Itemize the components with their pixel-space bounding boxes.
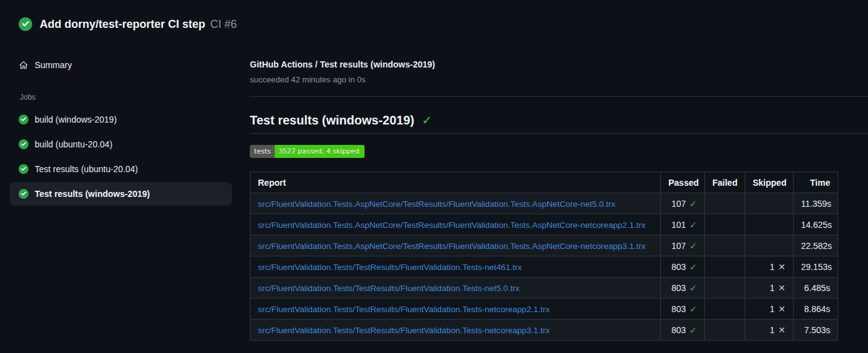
success-check-circle-icon — [19, 115, 29, 124]
skipped-cell: 1✕ — [745, 320, 794, 341]
passed-count: 107 — [671, 241, 686, 251]
passed-check-icon: ✓ — [689, 241, 697, 251]
passed-check-icon: ✓ — [689, 325, 697, 335]
job-title: GitHub Actions / Test results (windows-2… — [250, 59, 868, 69]
table-row: src/FluentValidation.Tests.AspNetCore/Te… — [250, 214, 838, 235]
passed-cell: 107✓ — [661, 193, 705, 214]
time-cell: 14.625s — [794, 214, 838, 235]
skipped-cell — [745, 193, 794, 214]
passed-count: 803 — [671, 325, 686, 335]
sidebar-job-item[interactable]: Test results (ubuntu-20.04) — [10, 157, 232, 181]
jobs-section-label: Jobs — [20, 93, 232, 102]
table-row: src/FluentValidation.Tests.AspNetCore/Te… — [250, 193, 838, 214]
main-content: GitHub Actions / Test results (windows-2… — [242, 31, 868, 341]
passed-cell: 107✓ — [661, 235, 705, 256]
column-header-failed: Failed — [705, 172, 745, 193]
sidebar-job-item[interactable]: build (ubuntu-20.04) — [10, 133, 232, 156]
success-check-circle-icon — [19, 17, 32, 31]
skipped-cell — [745, 214, 794, 235]
table-header-row: Report Passed Failed Skipped Time — [250, 172, 838, 193]
sidebar: Summary Jobs build (windows-2019)build (… — [0, 31, 242, 207]
run-header: Add dorny/test-reporter CI step CI #6 — [0, 0, 868, 31]
table-row: src/FluentValidation.Tests/TestResults/F… — [250, 299, 838, 320]
sidebar-item-summary[interactable]: Summary — [10, 53, 232, 77]
report-file-link[interactable]: src/FluentValidation.Tests/TestResults/F… — [258, 263, 522, 272]
skipped-cell: 1✕ — [745, 277, 794, 299]
passed-check-icon: ✓ — [689, 262, 697, 272]
job-item-label: Test results (windows-2019) — [35, 189, 150, 199]
report-file-link[interactable]: src/FluentValidation.Tests/TestResults/F… — [258, 326, 550, 335]
divider — [250, 96, 868, 97]
passed-check-icon: ✓ — [689, 304, 697, 314]
column-header-passed: Passed — [661, 172, 705, 193]
passed-cell: 803✓ — [661, 320, 705, 341]
passed-check-icon: ✓ — [689, 199, 697, 209]
failed-cell — [705, 235, 745, 256]
sidebar-summary-label: Summary — [35, 60, 72, 70]
report-cell: src/FluentValidation.Tests/TestResults/F… — [250, 320, 661, 341]
job-item-label: build (ubuntu-20.04) — [35, 139, 112, 149]
tests-badge-label: tests — [250, 145, 275, 158]
report-file-link[interactable]: src/FluentValidation.Tests.AspNetCore/Te… — [258, 199, 616, 209]
column-header-report: Report — [250, 172, 661, 193]
time-cell: 22.582s — [794, 235, 838, 256]
success-check-icon: ✓ — [422, 113, 432, 128]
failed-cell — [705, 214, 745, 235]
table-row: src/FluentValidation.Tests/TestResults/F… — [250, 277, 838, 299]
passed-check-icon: ✓ — [689, 283, 697, 293]
report-cell: src/FluentValidation.Tests/TestResults/F… — [250, 299, 661, 320]
passed-count: 803 — [671, 304, 686, 314]
passed-count: 107 — [671, 199, 686, 209]
time-cell: 6.485s — [794, 277, 838, 299]
report-cell: src/FluentValidation.Tests.AspNetCore/Te… — [250, 193, 661, 214]
table-row: src/FluentValidation.Tests/TestResults/F… — [250, 256, 838, 277]
home-icon — [19, 60, 29, 70]
success-check-circle-icon — [19, 164, 29, 174]
job-list: build (windows-2019)build (ubuntu-20.04)… — [10, 108, 232, 206]
success-check-circle-icon — [19, 139, 29, 149]
failed-cell — [705, 320, 745, 341]
skipped-x-icon: ✕ — [778, 304, 786, 314]
passed-check-icon: ✓ — [689, 220, 697, 230]
report-file-link[interactable]: src/FluentValidation.Tests/TestResults/F… — [258, 284, 520, 293]
job-status-line: succeeded 42 minutes ago in 0s — [250, 75, 868, 84]
failed-cell — [705, 193, 745, 214]
success-check-circle-icon — [19, 189, 29, 199]
skipped-count: 1 — [769, 262, 774, 272]
run-title: Add dorny/test-reporter CI step — [40, 18, 205, 31]
passed-count: 101 — [671, 220, 686, 230]
time-cell: 8.864s — [794, 299, 838, 320]
column-header-skipped: Skipped — [745, 172, 794, 193]
time-cell: 7.503s — [794, 320, 838, 341]
report-heading: Test results (windows-2019) ✓ — [250, 113, 868, 134]
report-cell: src/FluentValidation.Tests.AspNetCore/Te… — [250, 214, 661, 235]
failed-cell — [705, 277, 745, 299]
skipped-cell — [745, 235, 794, 256]
passed-cell: 101✓ — [661, 214, 705, 235]
tests-badge: tests 3527 passed, 4 skipped — [250, 145, 365, 158]
passed-count: 803 — [671, 262, 686, 272]
skipped-count: 1 — [769, 304, 774, 314]
report-file-link[interactable]: src/FluentValidation.Tests/TestResults/F… — [258, 305, 550, 314]
skipped-x-icon: ✕ — [778, 262, 786, 272]
report-cell: src/FluentValidation.Tests/TestResults/F… — [250, 256, 661, 277]
sidebar-job-item[interactable]: build (windows-2019) — [10, 108, 232, 131]
report-cell: src/FluentValidation.Tests.AspNetCore/Te… — [250, 235, 661, 256]
skipped-count: 1 — [769, 325, 774, 335]
failed-cell — [705, 299, 745, 320]
job-item-label: Test results (ubuntu-20.04) — [35, 164, 138, 174]
table-row: src/FluentValidation.Tests.AspNetCore/Te… — [250, 235, 838, 256]
report-file-link[interactable]: src/FluentValidation.Tests.AspNetCore/Te… — [258, 220, 645, 230]
sidebar-job-item[interactable]: Test results (windows-2019) — [10, 182, 232, 206]
skipped-x-icon: ✕ — [778, 325, 786, 335]
passed-cell: 803✓ — [661, 299, 705, 320]
results-table: Report Passed Failed Skipped Time src/Fl… — [250, 172, 838, 341]
skipped-count: 1 — [769, 283, 774, 293]
time-cell: 11.359s — [794, 193, 838, 214]
skipped-cell: 1✕ — [745, 299, 794, 320]
report-file-link[interactable]: src/FluentValidation.Tests.AspNetCore/Te… — [258, 242, 645, 251]
report-heading-text: Test results (windows-2019) — [250, 113, 414, 128]
column-header-time: Time — [794, 172, 838, 193]
skipped-x-icon: ✕ — [778, 283, 786, 293]
skipped-cell: 1✕ — [745, 256, 794, 277]
